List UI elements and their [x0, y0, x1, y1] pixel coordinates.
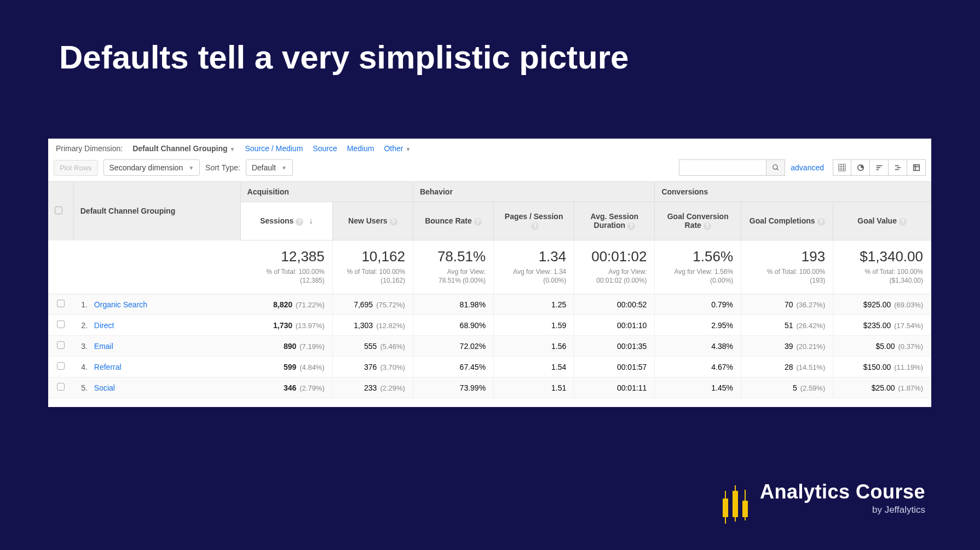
- col-new-users[interactable]: New Users?: [332, 202, 413, 240]
- pie-icon: [857, 164, 864, 171]
- channel-link[interactable]: Referral: [94, 363, 122, 371]
- col-dimension[interactable]: Default Channel Grouping: [73, 182, 240, 240]
- footer-brand: Analytics Course by Jeffalytics: [723, 479, 925, 517]
- help-icon[interactable]: ?: [817, 218, 825, 226]
- row-number: 3.: [81, 342, 92, 351]
- select-all-checkbox[interactable]: [55, 207, 62, 214]
- table-row: 5. Social346(2.79%)233(2.29%)73.99%1.510…: [48, 377, 931, 398]
- view-pivot-button[interactable]: [907, 159, 926, 176]
- row-number: 2.: [81, 321, 92, 330]
- table-icon: [838, 164, 846, 171]
- row-checkbox[interactable]: [57, 300, 65, 307]
- chevron-down-icon: ▼: [406, 146, 411, 152]
- table-row: 1. Organic Search8,820(71.22%)7,695(75.7…: [48, 294, 931, 315]
- dimension-source-medium[interactable]: Source / Medium: [245, 144, 303, 153]
- help-icon[interactable]: ?: [474, 218, 482, 226]
- row-checkbox[interactable]: [57, 362, 65, 370]
- table-row: 4. Referral599(4.84%)376(3.70%)67.45%1.5…: [48, 357, 931, 377]
- brand-byline: by Jeffalytics: [760, 505, 925, 515]
- help-icon[interactable]: ?: [899, 218, 907, 226]
- svg-rect-2: [839, 164, 845, 171]
- chevron-down-icon: ▼: [230, 146, 235, 152]
- secondary-dimension-dropdown[interactable]: Secondary dimension ▼: [103, 159, 200, 176]
- channel-link[interactable]: Email: [94, 342, 113, 351]
- col-goal-value[interactable]: Goal Value?: [833, 202, 931, 240]
- help-icon[interactable]: ?: [390, 218, 397, 226]
- row-number: 1.: [81, 300, 92, 309]
- chevron-down-icon: ▼: [281, 165, 287, 171]
- search-input[interactable]: [679, 159, 766, 176]
- report-table: Default Channel Grouping Acquisition Beh…: [48, 181, 931, 398]
- col-avg-duration[interactable]: Avg. Session Duration?: [574, 202, 655, 240]
- advanced-link[interactable]: advanced: [791, 163, 824, 172]
- table-row: 3. Email890(7.19%)555(5.46%)72.02%1.5600…: [48, 336, 931, 357]
- row-checkbox[interactable]: [57, 383, 65, 391]
- help-icon[interactable]: ?: [296, 218, 303, 226]
- row-checkbox[interactable]: [57, 320, 65, 328]
- dimension-other[interactable]: Other▼: [384, 144, 411, 153]
- primary-dimension-label: Primary Dimension:: [56, 144, 123, 153]
- primary-dimension-active[interactable]: Default Channel Grouping▼: [132, 144, 235, 153]
- col-sessions[interactable]: Sessions?↓: [240, 202, 332, 240]
- bars-icon: [875, 164, 883, 171]
- toolbar-row: Plot Rows Secondary dimension ▼ Sort Typ…: [48, 157, 931, 181]
- group-acquisition: Acquisition: [240, 182, 413, 202]
- col-goal-completions[interactable]: Goal Completions?: [741, 202, 833, 240]
- channel-link[interactable]: Organic Search: [94, 300, 147, 309]
- col-pages-session[interactable]: Pages / Session?: [494, 202, 574, 240]
- svg-line-1: [777, 169, 779, 170]
- svg-point-0: [773, 165, 777, 169]
- chevron-down-icon: ▼: [188, 165, 194, 171]
- totals-row: 12,385% of Total: 100.00%(12,385) 10,162…: [48, 240, 931, 294]
- col-goal-conv-rate[interactable]: Goal Conversion Rate?: [655, 202, 741, 240]
- help-icon[interactable]: ?: [704, 222, 711, 230]
- dimension-medium[interactable]: Medium: [347, 144, 374, 153]
- help-icon[interactable]: ?: [627, 222, 635, 230]
- table-row: 2. Direct1,730(13.97%)1,303(12.82%)68.90…: [48, 315, 931, 336]
- sort-type-label: Sort Type:: [205, 163, 240, 172]
- channel-link[interactable]: Direct: [94, 321, 114, 330]
- row-checkbox[interactable]: [57, 341, 65, 349]
- group-conversions: Conversions: [655, 182, 931, 202]
- row-number: 5.: [81, 383, 92, 392]
- row-number: 4.: [81, 363, 92, 371]
- slide-title: Defaults tell a very simplistic picture: [0, 0, 980, 76]
- view-performance-button[interactable]: [870, 159, 889, 176]
- view-pie-button[interactable]: [851, 159, 870, 176]
- svg-rect-14: [913, 165, 919, 171]
- view-table-button[interactable]: [833, 159, 851, 176]
- candlestick-icon: [723, 479, 748, 517]
- channel-link[interactable]: Social: [94, 383, 115, 392]
- view-comparison-button[interactable]: [889, 159, 907, 176]
- group-behavior: Behavior: [413, 182, 654, 202]
- search-button[interactable]: [766, 159, 785, 176]
- col-bounce-rate[interactable]: Bounce Rate?: [413, 202, 493, 240]
- pivot-icon: [913, 164, 920, 171]
- brand-name: Analytics Course: [760, 480, 925, 503]
- analytics-report-panel: Primary Dimension: Default Channel Group…: [48, 139, 931, 407]
- dimension-source[interactable]: Source: [313, 144, 337, 153]
- help-icon[interactable]: ?: [531, 222, 539, 230]
- plot-rows-button[interactable]: Plot Rows: [54, 160, 98, 176]
- primary-dimension-row: Primary Dimension: Default Channel Group…: [48, 139, 931, 157]
- comparison-icon: [894, 164, 902, 171]
- sort-type-dropdown[interactable]: Default ▼: [246, 159, 293, 176]
- search-icon: [772, 164, 780, 171]
- sort-desc-icon: ↓: [309, 216, 313, 225]
